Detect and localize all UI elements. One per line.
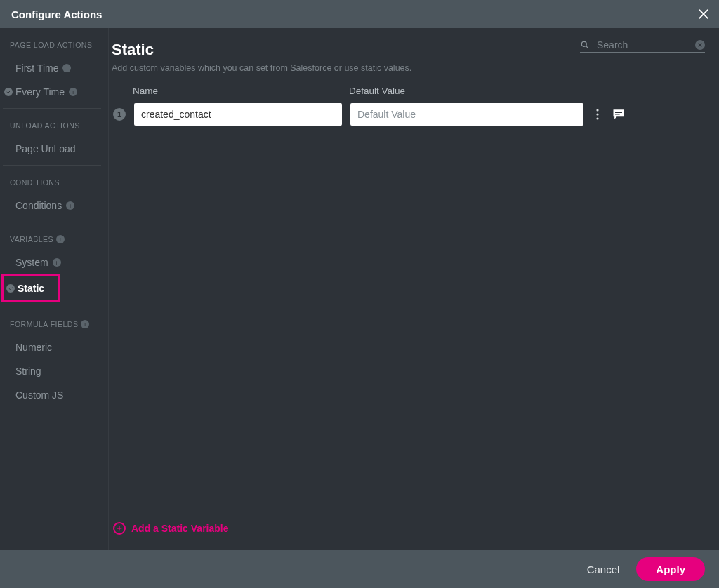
apply-button[interactable]: Apply [636,557,705,581]
divider [3,222,101,222]
sidebar-item-label: Conditions [15,200,62,211]
section-label: FORMULA FIELDS [10,320,78,328]
section-conditions: CONDITIONS [0,170,108,194]
svg-rect-10 [615,114,620,114]
info-icon: i [69,88,77,96]
sidebar-item-label: System [15,257,48,268]
row-actions [596,107,626,121]
sidebar-item-system[interactable]: System i [0,250,108,274]
section-unload-actions: UNLOAD ACTIONS [0,113,108,137]
sidebar-item-label: Every Time [15,86,65,98]
clear-search-icon[interactable] [695,40,705,50]
columns-header: Name Default Value [109,86,712,96]
close-icon[interactable] [697,7,711,21]
check-icon [4,88,13,96]
row-index-badge: 1 [113,108,126,121]
variable-name-input[interactable] [134,103,342,126]
plus-circle-icon [113,522,126,535]
column-default-label: Default Value [348,86,581,96]
sidebar-item-first-time[interactable]: First Time i [0,56,108,80]
section-label: VARIABLES [10,235,53,243]
add-link-label: Add a Static Variable [131,523,229,534]
info-icon: i [81,320,89,328]
sidebar-item-label: Numeric [15,342,52,353]
variable-default-input[interactable] [350,103,583,126]
main-panel: Static Add custom variables which you ca… [109,28,719,550]
search-field[interactable] [580,39,705,53]
sidebar-item-every-time[interactable]: Every Time i [0,80,108,104]
info-icon: i [56,235,65,243]
main-heading-block: Static Add custom variables which you ca… [112,41,411,86]
sidebar-item-label: Static [18,283,44,294]
info-icon: i [66,201,74,210]
page-subtitle: Add custom variables which you can set f… [112,63,411,73]
sidebar-item-label: String [15,366,41,377]
modal-title: Configure Actions [11,8,102,20]
spacer [109,126,712,522]
sidebar-item-static[interactable]: Static [4,276,58,300]
svg-point-6 [596,109,598,111]
divider [3,108,101,109]
comment-icon[interactable] [612,107,626,121]
page-title: Static [112,41,411,59]
section-variables: VARIABLES i [0,227,108,250]
svg-point-8 [596,117,598,119]
sidebar-item-label: Page UnLoad [15,143,76,154]
modal-body: PAGE LOAD ACTIONS First Time i Every Tim… [0,28,719,550]
section-page-load-actions: PAGE LOAD ACTIONS [0,41,108,56]
check-icon [6,284,15,293]
sidebar-item-numeric[interactable]: Numeric [0,335,108,359]
search-icon [580,40,590,50]
column-name-label: Name [131,86,339,96]
sidebar-item-page-unload[interactable]: Page UnLoad [0,137,108,161]
modal-footer: Cancel Apply [0,550,719,588]
cancel-button[interactable]: Cancel [587,563,620,575]
svg-point-7 [596,113,598,115]
sidebar-item-label: Custom JS [15,389,63,401]
info-icon: i [53,258,61,267]
sidebar-item-label: First Time [15,62,58,74]
divider [3,307,101,307]
svg-point-2 [581,41,586,46]
svg-line-3 [586,46,588,48]
variable-row: 1 [109,103,712,126]
sidebar-item-conditions[interactable]: Conditions i [0,194,108,218]
highlight-static: Static [1,274,60,302]
info-icon: i [62,64,71,72]
sidebar-item-string[interactable]: String [0,359,108,383]
add-static-variable-button[interactable]: Add a Static Variable [109,522,712,550]
sidebar: PAGE LOAD ACTIONS First Time i Every Tim… [0,28,109,550]
section-formula-fields: FORMULA FIELDS i [0,312,108,335]
sidebar-item-custom-js[interactable]: Custom JS [0,383,108,407]
divider [3,165,101,166]
more-options-icon[interactable] [596,109,599,120]
configure-actions-modal: Configure Actions PAGE LOAD ACTIONS Firs… [0,0,719,588]
search-input[interactable] [597,39,688,51]
svg-rect-9 [615,112,622,113]
modal-header: Configure Actions [0,0,719,28]
main-top: Static Add custom variables which you ca… [109,41,712,86]
